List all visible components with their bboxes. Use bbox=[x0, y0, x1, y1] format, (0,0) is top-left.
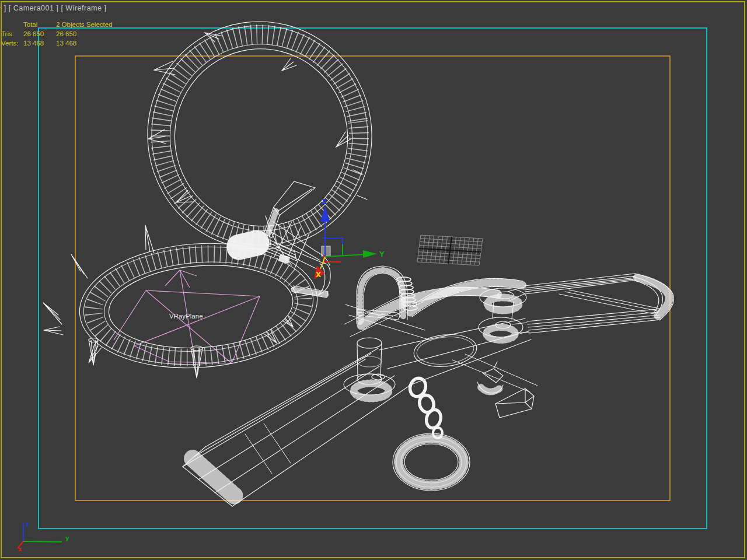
viewport-label[interactable]: + ] [ Camera001 ] [ Wireframe ] bbox=[0, 4, 106, 12]
gizmo-x-label: X bbox=[316, 271, 322, 279]
gizmo-y-label: Y bbox=[379, 250, 385, 258]
gizmo-z-label: Z bbox=[322, 198, 327, 206]
tripod-z-label: z bbox=[26, 521, 29, 527]
safe-frame-rect bbox=[75, 56, 670, 501]
camera-viewport[interactable]: Z Y X z y x + ] [ Camera001 ] [ Wirefram… bbox=[0, 0, 747, 560]
transform-gizmo[interactable]: Z Y X bbox=[314, 198, 385, 279]
gizmo-y-axis[interactable]: Y bbox=[325, 250, 385, 258]
stats-col-selected: 2 Objects Selected bbox=[56, 21, 113, 28]
trap-base-mechanism[interactable] bbox=[344, 266, 674, 418]
stats-col-total: Total bbox=[23, 21, 37, 28]
tripod-y-label: y bbox=[65, 535, 69, 541]
trap-hinge-mechanism[interactable] bbox=[224, 181, 330, 298]
trap-upper-jaw[interactable] bbox=[133, 7, 387, 264]
grid-helper-object[interactable] bbox=[417, 235, 483, 265]
stats-verts-total: 13 468 bbox=[23, 40, 44, 47]
object-label: VRayPlane bbox=[169, 313, 203, 320]
stats-tris-label: Tris: bbox=[1, 30, 14, 37]
stats-verts-selected: 13 468 bbox=[56, 40, 76, 47]
wireframe-canvas: Z Y X z y x bbox=[0, 0, 747, 560]
tripod-x-label: x bbox=[18, 546, 22, 552]
stats-verts-label: Verts: bbox=[1, 40, 18, 47]
trap-base-plank[interactable] bbox=[183, 348, 410, 506]
gizmo-plane-handle[interactable] bbox=[322, 246, 330, 256]
action-safe-rect bbox=[39, 28, 707, 528]
trap-chain-and-ring[interactable] bbox=[393, 376, 470, 491]
world-axis-tripod: z y x bbox=[18, 521, 69, 552]
stats-tris-selected: 26 650 bbox=[56, 30, 76, 37]
stats-tris-total: 26 650 bbox=[23, 30, 44, 37]
